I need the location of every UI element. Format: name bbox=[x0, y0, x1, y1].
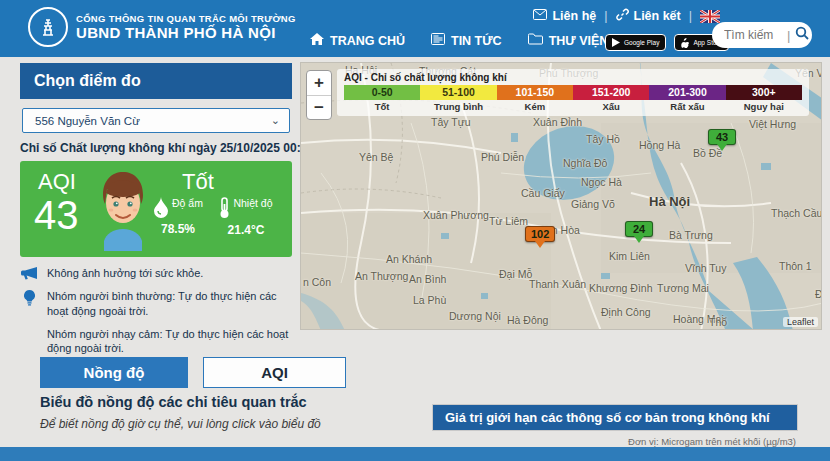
map-label: Vĩnh Tuy bbox=[685, 262, 726, 274]
site-title-line2: UBND THÀNH PHỐ HÀ NỘI bbox=[76, 24, 296, 41]
map-label: Nghĩa Đô bbox=[563, 157, 607, 169]
humidity-label: Độ ẩm bbox=[172, 197, 203, 209]
map-label: Kim Liên bbox=[609, 250, 650, 262]
map-label: Yên Bệ bbox=[359, 151, 393, 163]
map-label: Hà Đông bbox=[507, 314, 548, 326]
apple-icon bbox=[681, 38, 689, 48]
store-badges: Google Play App Store bbox=[605, 34, 729, 51]
map-label: Thạch Cầu bbox=[771, 207, 822, 219]
utility-links: Liên hệ | Liên kết | bbox=[533, 8, 720, 24]
map-zoom-control: + − bbox=[306, 70, 332, 120]
nav-news[interactable]: TIN TỨC bbox=[431, 33, 502, 48]
temperature-label: Nhiệt độ bbox=[233, 197, 272, 209]
home-icon bbox=[310, 33, 324, 48]
map-label: An Thượng bbox=[355, 270, 408, 282]
map-label: n Côn bbox=[303, 276, 331, 288]
map-label: Xuân Đỉnh bbox=[533, 116, 582, 128]
map-label: La Phù bbox=[413, 294, 446, 306]
chart-section-heading: Biểu đồ nồng độ các chỉ tiêu quan trắc bbox=[40, 394, 307, 410]
chevron-down-icon: ⌄ bbox=[271, 114, 280, 127]
legend-bin: 101-150 bbox=[497, 85, 573, 100]
temperature-value: 21.4°C bbox=[214, 224, 278, 238]
avatar bbox=[94, 167, 152, 255]
folder-icon bbox=[528, 33, 543, 48]
divider: | bbox=[689, 9, 692, 23]
map-label: Xuân Phương bbox=[423, 209, 489, 221]
map-label: Dương Nội bbox=[449, 310, 501, 322]
play-icon bbox=[612, 38, 620, 47]
english-flag-icon[interactable] bbox=[700, 10, 720, 23]
sidebar: Chọn điểm đo 556 Nguyễn Văn Cừ ⌄ Chỉ số … bbox=[20, 63, 292, 364]
map-label: Thôn 1 bbox=[779, 260, 812, 272]
health-advisories: Không ảnh hưởng tới sức khỏe. Nhóm người… bbox=[20, 266, 292, 356]
map-label: Tây Hồ bbox=[586, 133, 620, 145]
aqi-value: 43 bbox=[34, 193, 79, 238]
aqi-map[interactable]: Hạ HộiThượng CátPhú ThượngĐông HộiYên Vi… bbox=[300, 62, 822, 330]
map-label: Tương Mai bbox=[657, 282, 709, 294]
map-label: Việt Hưng bbox=[749, 118, 796, 130]
map-label: Đ bbox=[815, 288, 822, 300]
legend-bin-label: Kém bbox=[497, 100, 573, 112]
news-icon bbox=[431, 33, 445, 48]
humidity-block: Độ ẩm 78.5% bbox=[146, 197, 210, 237]
header: CỔNG THÔNG TIN QUAN TRẮC MÔI TRƯỜNG UBND… bbox=[0, 0, 830, 57]
tab-concentration[interactable]: Nồng độ bbox=[40, 357, 188, 388]
map-label: Tây Tựu bbox=[431, 116, 471, 128]
advisory-text: Không ảnh hưởng tới sức khỏe. bbox=[47, 266, 203, 281]
advisory-text: Nhóm người bình thường: Tự do thực hiện … bbox=[47, 289, 292, 319]
droplet-icon bbox=[153, 197, 169, 220]
humidity-value: 78.5% bbox=[146, 223, 210, 237]
contact-link[interactable]: Liên hệ bbox=[533, 9, 596, 23]
megaphone-icon bbox=[20, 266, 38, 280]
legend-color-bar: 0-5051-100101-150151-200201-300300+ bbox=[344, 85, 802, 100]
map-label: Khương Đình bbox=[589, 282, 653, 294]
divider: | bbox=[604, 9, 607, 23]
legend-bin: 300+ bbox=[726, 85, 802, 100]
legend-bin-label: Rất xấu bbox=[649, 100, 725, 112]
legend-bin: 201-300 bbox=[649, 85, 725, 100]
limits-section-heading: Giá trị giới hạn các thông số cơ bản tro… bbox=[432, 404, 798, 431]
map-label: Giảng Võ bbox=[571, 198, 615, 210]
links-link[interactable]: Liên kết bbox=[616, 8, 681, 24]
map-label: Thổ bbox=[709, 316, 727, 328]
legend-bin-label: Tốt bbox=[344, 100, 420, 112]
station-picker-title: Chọn điểm đo bbox=[20, 63, 292, 99]
legend-labels: TốtTrung bìnhKémXấuRất xấuNguy hại bbox=[344, 100, 802, 112]
air-quality-portal: CỔNG THÔNG TIN QUAN TRẮC MÔI TRƯỜNG UBND… bbox=[0, 0, 830, 461]
thermometer-icon bbox=[219, 197, 230, 221]
aqi-legend: AQI - Chỉ số chất lượng không khí 0-5051… bbox=[337, 69, 809, 116]
map-label: Ngọc Hà bbox=[581, 176, 622, 188]
aqi-marker[interactable]: 43 bbox=[708, 129, 736, 145]
legend-bin-label: Trung bình bbox=[420, 100, 496, 112]
map-label: Phú Diễn bbox=[481, 151, 524, 163]
aqi-marker[interactable]: 24 bbox=[625, 221, 653, 237]
search-icon[interactable] bbox=[795, 26, 809, 44]
map-label: Hồng Hà bbox=[639, 139, 680, 151]
zoom-in-button[interactable]: + bbox=[307, 71, 331, 95]
zoom-out-button[interactable]: − bbox=[307, 95, 331, 119]
legend-title: AQI - Chỉ số chất lượng không khí bbox=[344, 72, 802, 83]
map-attribution: Leaflet bbox=[783, 317, 818, 327]
map-label: Bà Trưng bbox=[669, 229, 713, 241]
site-logo[interactable]: CỔNG THÔNG TIN QUAN TRẮC MÔI TRƯỜNG UBND… bbox=[28, 7, 296, 47]
search-input[interactable] bbox=[724, 28, 782, 42]
tab-aqi[interactable]: AQI bbox=[203, 357, 346, 388]
advisory-text: Nhóm người nhạy cảm: Tự do thực hiện các… bbox=[20, 327, 292, 357]
legend-bin-label: Nguy hại bbox=[726, 100, 802, 112]
search-box[interactable]: | bbox=[712, 22, 812, 48]
google-play-badge[interactable]: Google Play bbox=[605, 34, 666, 51]
map-label: Cầu Giấy bbox=[521, 187, 565, 199]
footer-bar bbox=[0, 447, 830, 461]
bulb-icon bbox=[20, 289, 38, 306]
legend-bin: 0-50 bbox=[344, 85, 420, 100]
nav-home[interactable]: TRANG CHỦ bbox=[310, 33, 405, 48]
map-label: An Bình bbox=[409, 273, 446, 285]
map-label: Hà Nội bbox=[649, 194, 690, 209]
envelope-icon bbox=[533, 9, 547, 23]
main-nav: TRANG CHỦ TIN TỨC THƯ VIỆN bbox=[310, 33, 623, 48]
station-select[interactable]: 556 Nguyễn Văn Cừ ⌄ bbox=[22, 108, 290, 133]
aqi-label: AQI bbox=[38, 169, 76, 195]
link-icon bbox=[616, 8, 629, 24]
aqi-marker[interactable]: 102 bbox=[525, 226, 555, 242]
map-label: Từ Liêm bbox=[489, 215, 528, 227]
